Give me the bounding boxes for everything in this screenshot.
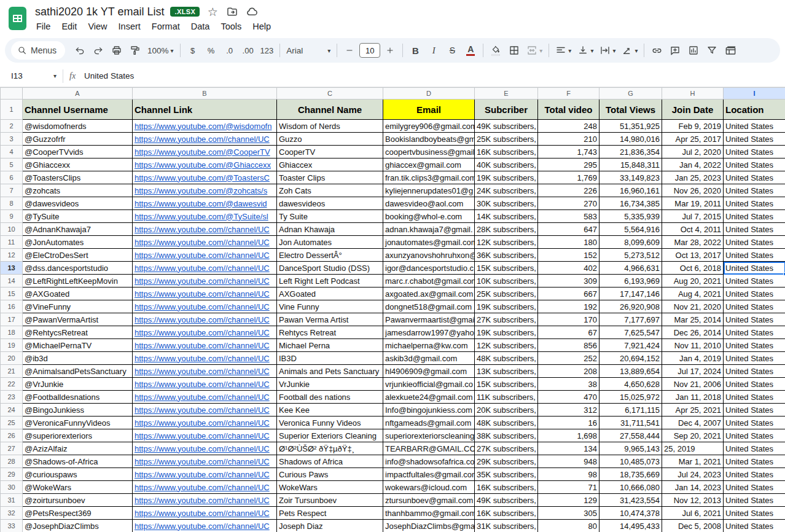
cell-G23[interactable]: 15,025,972 <box>599 391 662 404</box>
channel-link[interactable]: https://www.youtube.com//channel/UC <box>135 444 270 453</box>
cell-B31[interactable]: https://www.youtube.com//channel/UC <box>133 494 277 507</box>
menu-view[interactable]: View <box>83 20 112 33</box>
cell-C4[interactable]: CooperTV <box>277 146 383 158</box>
cell-B14[interactable]: https://www.youtube.com//channel/UC <box>133 275 277 288</box>
row-header-23[interactable]: 23 <box>1 391 23 404</box>
channel-link[interactable]: https://www.youtube.com//channel/UC <box>135 289 270 299</box>
cell-F6[interactable]: 1,769 <box>538 171 599 184</box>
cell-F4[interactable]: 1,743 <box>538 146 599 158</box>
cell-H7[interactable]: Nov 26, 2020 <box>662 184 724 197</box>
column-header-A[interactable]: A <box>23 88 133 100</box>
row-header-31[interactable]: 31 <box>1 494 23 507</box>
cell-F25[interactable]: 16 <box>538 417 599 429</box>
cell-C33[interactable]: Joseph Diaz <box>277 520 383 532</box>
cell-A16[interactable]: @VineFunny <box>23 300 133 313</box>
cell-C28[interactable]: Shadows of Africa <box>277 455 383 468</box>
cell-H2[interactable]: Feb 9, 2019 <box>662 120 724 133</box>
cell-G28[interactable]: 10,485,073 <box>599 455 662 468</box>
cell-B4[interactable]: https://www.youtube.com/@CooperTV <box>133 146 277 158</box>
cell-B6[interactable]: https://www.youtube.com/@ToastersC <box>133 171 277 184</box>
cell-E24[interactable]: 20K subscribers, <box>475 404 538 417</box>
cell-E13[interactable]: 15K subscribers, <box>475 262 538 275</box>
row-header-18[interactable]: 18 <box>1 326 23 339</box>
row-header-15[interactable]: 15 <box>1 288 23 300</box>
row-header-9[interactable]: 9 <box>1 210 23 223</box>
cell-A8[interactable]: @dawesvideos <box>23 197 133 210</box>
cell-G4[interactable]: 21,836,354 <box>599 146 662 158</box>
cell-B17[interactable]: https://www.youtube.com//channel/UC <box>133 313 277 326</box>
cell-D21[interactable]: hl4906909@gmail.com <box>383 365 475 378</box>
header-cell-D1[interactable]: Email <box>383 100 475 120</box>
row-header-16[interactable]: 16 <box>1 300 23 313</box>
cell-D22[interactable]: vrjunkieofficial@gmail.co <box>383 378 475 391</box>
cell-C10[interactable]: Adnan Khawaja <box>277 223 383 236</box>
cell-C25[interactable]: Veronica Funny Videos <box>277 417 383 429</box>
channel-link[interactable]: https://www.youtube.com//channel/UC <box>135 251 270 260</box>
cell-G25[interactable]: 31,711,541 <box>599 417 662 429</box>
cell-H24[interactable]: Apr 25, 2021 <box>662 404 724 417</box>
column-header-B[interactable]: B <box>133 88 277 100</box>
cell-I27[interactable]: United States <box>724 442 785 455</box>
channel-link[interactable]: https://www.youtube.com//channel/UC <box>135 302 270 311</box>
cell-H33[interactable]: Dec 5, 2008 <box>662 520 724 532</box>
cell-D19[interactable]: michaelperna@kw.com <box>383 339 475 352</box>
cell-E3[interactable]: 25K subscribers, <box>475 133 538 146</box>
cell-C20[interactable]: IB3D <box>277 352 383 365</box>
channel-link[interactable]: https://www.youtube.com//channel/UC <box>135 380 270 389</box>
cell-I29[interactable]: United States <box>724 468 785 481</box>
document-title[interactable]: sathi2020 1k YT email List <box>35 6 164 18</box>
row-header-1[interactable]: 1 <box>1 100 23 120</box>
cell-C22[interactable]: VrJunkie <box>277 378 383 391</box>
cell-B3[interactable]: https://www.youtube.com//channel/UC <box>133 133 277 146</box>
cell-F8[interactable]: 270 <box>538 197 599 210</box>
cell-C30[interactable]: WokeWars <box>277 481 383 494</box>
cell-C24[interactable]: Kee Kee <box>277 404 383 417</box>
row-header-28[interactable]: 28 <box>1 455 23 468</box>
cell-G14[interactable]: 6,193,969 <box>599 275 662 288</box>
cell-G20[interactable]: 20,694,152 <box>599 352 662 365</box>
channel-link[interactable]: https://www.youtube.com//channel/UC <box>135 328 270 337</box>
cell-C19[interactable]: Michael Perna <box>277 339 383 352</box>
channel-link[interactable]: https://www.youtube.com//channel/UC <box>135 315 270 324</box>
cell-H21[interactable]: Jul 17, 2024 <box>662 365 724 378</box>
cell-C13[interactable]: DanceSport Studio (DSS) <box>277 262 383 275</box>
sheets-logo-icon[interactable] <box>9 7 26 30</box>
cell-I2[interactable]: United States <box>724 120 785 133</box>
cell-I26[interactable]: United States <box>724 429 785 442</box>
channel-link[interactable]: https://www.youtube.com//channel/UC <box>135 341 270 350</box>
header-cell-G1[interactable]: Total Views <box>599 100 662 120</box>
header-cell-C1[interactable]: Channel Name <box>277 100 383 120</box>
cell-G26[interactable]: 27,558,444 <box>599 429 662 442</box>
cell-A2[interactable]: @wisdomofnerds <box>23 120 133 133</box>
cell-C11[interactable]: Jon Automates <box>277 236 383 249</box>
cell-D8[interactable]: dawesvideo@aol.com <box>383 197 475 210</box>
row-header-19[interactable]: 19 <box>1 339 23 352</box>
cell-I19[interactable]: United States <box>724 339 785 352</box>
channel-link[interactable]: https://www.youtube.com//channel/UC <box>135 354 270 363</box>
channel-link[interactable]: https://www.youtube.com/@wisdomofn <box>135 122 271 131</box>
fill-color-button[interactable] <box>487 42 504 59</box>
cell-A10[interactable]: @AdnanKhawaja7 <box>23 223 133 236</box>
cell-A30[interactable]: @WokeWars <box>23 481 133 494</box>
cell-I10[interactable]: United States <box>724 223 785 236</box>
vertical-align-dropdown[interactable] <box>575 42 596 59</box>
cell-G7[interactable]: 16,960,161 <box>599 184 662 197</box>
cell-F17[interactable]: 170 <box>538 313 599 326</box>
paint-format-button[interactable] <box>127 42 144 59</box>
cell-D15[interactable]: axgoated.ax@gmail.com <box>383 288 475 300</box>
cell-D32[interactable]: thanhbammo@gmail.com <box>383 507 475 520</box>
cell-F18[interactable]: 67 <box>538 326 599 339</box>
cell-A14[interactable]: @LeftRightLeftKeepMovin <box>23 275 133 288</box>
cell-G3[interactable]: 14,980,016 <box>599 133 662 146</box>
cell-E20[interactable]: 48K subscribers, <box>475 352 538 365</box>
channel-link[interactable]: https://www.youtube.com/@CooperTV <box>135 147 270 157</box>
cell-I25[interactable]: United States <box>724 417 785 429</box>
cell-H32[interactable]: Jul 6, 2021 <box>662 507 724 520</box>
cell-A9[interactable]: @TySuite <box>23 210 133 223</box>
horizontal-align-dropdown[interactable] <box>553 42 574 59</box>
cell-I24[interactable]: United States <box>724 404 785 417</box>
cell-E22[interactable]: 15K subscribers, <box>475 378 538 391</box>
cell-I20[interactable]: United States <box>724 352 785 365</box>
cell-E11[interactable]: 12K subscribers, <box>475 236 538 249</box>
cell-H26[interactable]: Sep 20, 2021 <box>662 429 724 442</box>
